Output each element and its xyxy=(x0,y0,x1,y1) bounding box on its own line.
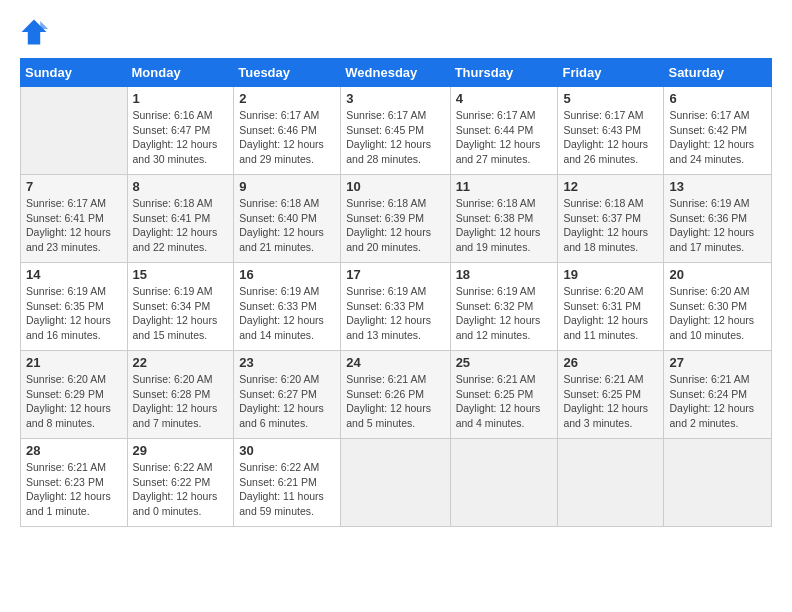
calendar-cell: 2Sunrise: 6:17 AMSunset: 6:46 PMDaylight… xyxy=(234,87,341,175)
day-detail: Sunrise: 6:21 AMSunset: 6:25 PMDaylight:… xyxy=(456,372,553,431)
day-detail: Sunrise: 6:20 AMSunset: 6:27 PMDaylight:… xyxy=(239,372,335,431)
calendar-cell: 19Sunrise: 6:20 AMSunset: 6:31 PMDayligh… xyxy=(558,263,664,351)
day-number: 20 xyxy=(669,267,766,282)
calendar-header-row: SundayMondayTuesdayWednesdayThursdayFrid… xyxy=(21,59,772,87)
day-number: 5 xyxy=(563,91,658,106)
day-number: 23 xyxy=(239,355,335,370)
calendar-cell: 9Sunrise: 6:18 AMSunset: 6:40 PMDaylight… xyxy=(234,175,341,263)
svg-marker-0 xyxy=(22,20,47,45)
day-detail: Sunrise: 6:17 AMSunset: 6:44 PMDaylight:… xyxy=(456,108,553,167)
calendar-cell: 15Sunrise: 6:19 AMSunset: 6:34 PMDayligh… xyxy=(127,263,234,351)
col-header-saturday: Saturday xyxy=(664,59,772,87)
calendar-cell: 26Sunrise: 6:21 AMSunset: 6:25 PMDayligh… xyxy=(558,351,664,439)
calendar-cell: 4Sunrise: 6:17 AMSunset: 6:44 PMDaylight… xyxy=(450,87,558,175)
day-number: 12 xyxy=(563,179,658,194)
day-number: 13 xyxy=(669,179,766,194)
day-number: 28 xyxy=(26,443,122,458)
day-detail: Sunrise: 6:21 AMSunset: 6:26 PMDaylight:… xyxy=(346,372,444,431)
day-detail: Sunrise: 6:19 AMSunset: 6:34 PMDaylight:… xyxy=(133,284,229,343)
day-detail: Sunrise: 6:20 AMSunset: 6:31 PMDaylight:… xyxy=(563,284,658,343)
day-detail: Sunrise: 6:22 AMSunset: 6:21 PMDaylight:… xyxy=(239,460,335,519)
col-header-thursday: Thursday xyxy=(450,59,558,87)
calendar-week-4: 21Sunrise: 6:20 AMSunset: 6:29 PMDayligh… xyxy=(21,351,772,439)
calendar-week-1: 1Sunrise: 6:16 AMSunset: 6:47 PMDaylight… xyxy=(21,87,772,175)
day-detail: Sunrise: 6:16 AMSunset: 6:47 PMDaylight:… xyxy=(133,108,229,167)
day-number: 9 xyxy=(239,179,335,194)
day-number: 27 xyxy=(669,355,766,370)
calendar-cell xyxy=(450,439,558,527)
calendar-cell: 22Sunrise: 6:20 AMSunset: 6:28 PMDayligh… xyxy=(127,351,234,439)
calendar-week-2: 7Sunrise: 6:17 AMSunset: 6:41 PMDaylight… xyxy=(21,175,772,263)
calendar-cell: 23Sunrise: 6:20 AMSunset: 6:27 PMDayligh… xyxy=(234,351,341,439)
day-detail: Sunrise: 6:21 AMSunset: 6:24 PMDaylight:… xyxy=(669,372,766,431)
day-detail: Sunrise: 6:19 AMSunset: 6:33 PMDaylight:… xyxy=(239,284,335,343)
day-number: 6 xyxy=(669,91,766,106)
day-number: 29 xyxy=(133,443,229,458)
calendar-cell: 24Sunrise: 6:21 AMSunset: 6:26 PMDayligh… xyxy=(341,351,450,439)
day-detail: Sunrise: 6:21 AMSunset: 6:23 PMDaylight:… xyxy=(26,460,122,519)
calendar-cell: 12Sunrise: 6:18 AMSunset: 6:37 PMDayligh… xyxy=(558,175,664,263)
calendar-cell xyxy=(558,439,664,527)
calendar-cell: 11Sunrise: 6:18 AMSunset: 6:38 PMDayligh… xyxy=(450,175,558,263)
day-number: 25 xyxy=(456,355,553,370)
day-detail: Sunrise: 6:17 AMSunset: 6:43 PMDaylight:… xyxy=(563,108,658,167)
calendar-cell: 1Sunrise: 6:16 AMSunset: 6:47 PMDaylight… xyxy=(127,87,234,175)
logo xyxy=(20,18,52,46)
day-detail: Sunrise: 6:17 AMSunset: 6:42 PMDaylight:… xyxy=(669,108,766,167)
logo-icon xyxy=(20,18,48,46)
calendar-cell: 3Sunrise: 6:17 AMSunset: 6:45 PMDaylight… xyxy=(341,87,450,175)
col-header-friday: Friday xyxy=(558,59,664,87)
day-number: 22 xyxy=(133,355,229,370)
calendar-cell: 8Sunrise: 6:18 AMSunset: 6:41 PMDaylight… xyxy=(127,175,234,263)
day-detail: Sunrise: 6:19 AMSunset: 6:33 PMDaylight:… xyxy=(346,284,444,343)
day-detail: Sunrise: 6:19 AMSunset: 6:35 PMDaylight:… xyxy=(26,284,122,343)
day-number: 4 xyxy=(456,91,553,106)
day-number: 10 xyxy=(346,179,444,194)
page: SundayMondayTuesdayWednesdayThursdayFrid… xyxy=(0,0,792,612)
day-number: 2 xyxy=(239,91,335,106)
day-detail: Sunrise: 6:18 AMSunset: 6:38 PMDaylight:… xyxy=(456,196,553,255)
calendar-cell: 7Sunrise: 6:17 AMSunset: 6:41 PMDaylight… xyxy=(21,175,128,263)
day-number: 17 xyxy=(346,267,444,282)
day-number: 15 xyxy=(133,267,229,282)
calendar-cell xyxy=(664,439,772,527)
day-number: 7 xyxy=(26,179,122,194)
svg-marker-1 xyxy=(40,21,48,29)
day-detail: Sunrise: 6:20 AMSunset: 6:28 PMDaylight:… xyxy=(133,372,229,431)
day-number: 11 xyxy=(456,179,553,194)
day-number: 19 xyxy=(563,267,658,282)
calendar-cell: 6Sunrise: 6:17 AMSunset: 6:42 PMDaylight… xyxy=(664,87,772,175)
day-detail: Sunrise: 6:20 AMSunset: 6:29 PMDaylight:… xyxy=(26,372,122,431)
day-detail: Sunrise: 6:19 AMSunset: 6:36 PMDaylight:… xyxy=(669,196,766,255)
calendar-cell: 25Sunrise: 6:21 AMSunset: 6:25 PMDayligh… xyxy=(450,351,558,439)
day-detail: Sunrise: 6:17 AMSunset: 6:46 PMDaylight:… xyxy=(239,108,335,167)
calendar-cell: 30Sunrise: 6:22 AMSunset: 6:21 PMDayligh… xyxy=(234,439,341,527)
day-detail: Sunrise: 6:17 AMSunset: 6:41 PMDaylight:… xyxy=(26,196,122,255)
calendar-cell: 28Sunrise: 6:21 AMSunset: 6:23 PMDayligh… xyxy=(21,439,128,527)
calendar-week-5: 28Sunrise: 6:21 AMSunset: 6:23 PMDayligh… xyxy=(21,439,772,527)
day-detail: Sunrise: 6:18 AMSunset: 6:39 PMDaylight:… xyxy=(346,196,444,255)
day-number: 3 xyxy=(346,91,444,106)
day-detail: Sunrise: 6:20 AMSunset: 6:30 PMDaylight:… xyxy=(669,284,766,343)
day-detail: Sunrise: 6:21 AMSunset: 6:25 PMDaylight:… xyxy=(563,372,658,431)
day-number: 21 xyxy=(26,355,122,370)
day-number: 16 xyxy=(239,267,335,282)
day-number: 26 xyxy=(563,355,658,370)
day-number: 14 xyxy=(26,267,122,282)
calendar-cell xyxy=(21,87,128,175)
day-detail: Sunrise: 6:17 AMSunset: 6:45 PMDaylight:… xyxy=(346,108,444,167)
calendar-cell: 17Sunrise: 6:19 AMSunset: 6:33 PMDayligh… xyxy=(341,263,450,351)
day-detail: Sunrise: 6:18 AMSunset: 6:41 PMDaylight:… xyxy=(133,196,229,255)
calendar-week-3: 14Sunrise: 6:19 AMSunset: 6:35 PMDayligh… xyxy=(21,263,772,351)
col-header-wednesday: Wednesday xyxy=(341,59,450,87)
day-detail: Sunrise: 6:19 AMSunset: 6:32 PMDaylight:… xyxy=(456,284,553,343)
calendar-cell: 27Sunrise: 6:21 AMSunset: 6:24 PMDayligh… xyxy=(664,351,772,439)
calendar-cell: 14Sunrise: 6:19 AMSunset: 6:35 PMDayligh… xyxy=(21,263,128,351)
calendar-cell xyxy=(341,439,450,527)
calendar-table: SundayMondayTuesdayWednesdayThursdayFrid… xyxy=(20,58,772,527)
col-header-sunday: Sunday xyxy=(21,59,128,87)
day-number: 8 xyxy=(133,179,229,194)
day-detail: Sunrise: 6:22 AMSunset: 6:22 PMDaylight:… xyxy=(133,460,229,519)
calendar-cell: 20Sunrise: 6:20 AMSunset: 6:30 PMDayligh… xyxy=(664,263,772,351)
calendar-cell: 13Sunrise: 6:19 AMSunset: 6:36 PMDayligh… xyxy=(664,175,772,263)
